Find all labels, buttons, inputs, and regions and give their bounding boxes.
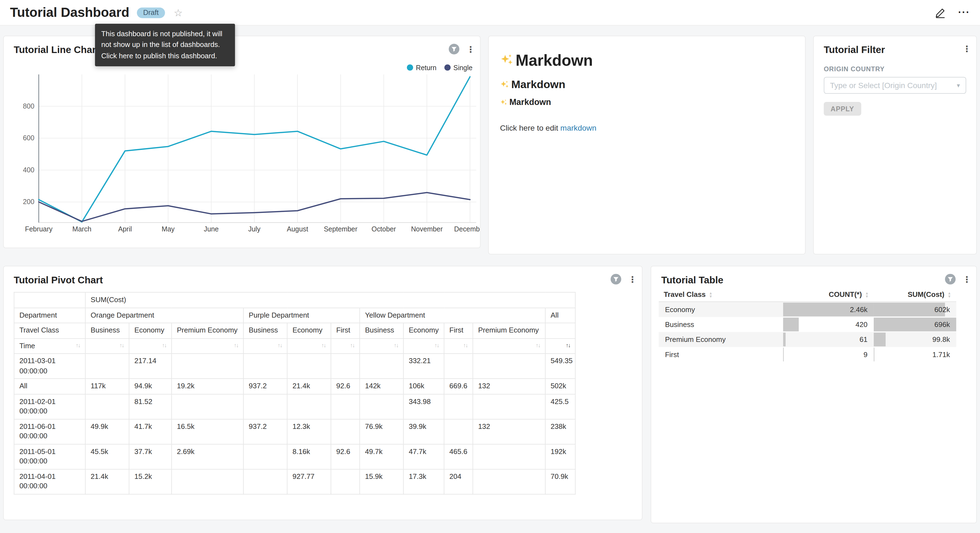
pivot-value-cell	[331, 353, 360, 379]
sort-icon[interactable]: ↑↓	[321, 341, 326, 348]
sum-bar	[874, 332, 886, 346]
pivot-class-header: Business	[360, 323, 403, 338]
sum-cell: 1.71k	[874, 346, 956, 362]
pivot-value-cell: 41.7k	[129, 419, 172, 444]
pivot-value-cell	[172, 353, 243, 379]
markdown-card: Markdown Markdown Markdown Click here to…	[488, 36, 805, 254]
pivot-time-cell: 2011-03-01 00:00:00	[14, 353, 85, 379]
pivot-row: 2011-05-01 00:00:0045.5k37.7k2.69k8.16k9…	[14, 444, 575, 469]
pivot-value-cell	[287, 353, 331, 379]
pivot-value-cell: 21.4k	[85, 469, 129, 494]
sort-icon-active[interactable]: ↑↓	[566, 341, 570, 348]
edit-dashboard-icon[interactable]	[935, 7, 945, 18]
filter-title: Tutorial Filter	[824, 45, 885, 56]
legend-item-single[interactable]: Single	[445, 64, 473, 71]
pivot-value-cell	[444, 394, 473, 419]
svg-text:May: May	[162, 225, 175, 233]
table-row: Premium Economy6199.8k	[659, 332, 956, 346]
sort-icon: ▲▼	[865, 292, 869, 298]
sort-icon[interactable]: ↑↓	[277, 341, 282, 348]
chart-menu-icon[interactable]: ⋮	[963, 274, 969, 284]
col-header-sum[interactable]: SUM(Cost)▲▼	[874, 287, 956, 302]
pivot-sort-row: Time↑↓↑↓↑↓↑↓↑↓↑↓↑↓↑↓↑↓↑↓↑↓↑↓	[14, 338, 575, 354]
svg-text:December: December	[454, 225, 480, 233]
pivot-value-cell	[473, 444, 546, 469]
tooltip-line: not show up in the list of dashboards.	[101, 40, 229, 50]
legend-item-return[interactable]: Return	[407, 64, 436, 71]
publish-tooltip[interactable]: This dashboard is not published, it will…	[95, 24, 235, 66]
pivot-class-header: Economy	[403, 323, 444, 338]
sort-icon[interactable]: ↑↓	[536, 341, 540, 348]
chart-menu-icon[interactable]: ⋮	[628, 274, 635, 284]
pivot-time-cell: 2011-06-01 00:00:00	[14, 419, 85, 444]
more-options-icon[interactable]: ···	[958, 7, 970, 18]
svg-text:February: February	[25, 225, 53, 233]
sort-icon[interactable]: ↑↓	[119, 341, 124, 348]
pivot-value-cell	[243, 394, 287, 419]
pivot-value-cell: 76.9k	[360, 419, 403, 444]
pivot-value-cell: 47.7k	[403, 444, 444, 469]
pivot-class-header: Economy	[287, 323, 331, 338]
pivot-value-cell: 21.4k	[287, 379, 331, 394]
count-bar	[783, 332, 785, 346]
pivot-value-cell	[444, 419, 473, 444]
legend-dot	[407, 64, 414, 71]
origin-country-select[interactable]: Type or Select [Origin Country] ▾	[824, 77, 966, 94]
pivot-class-header: Premium Economy	[473, 323, 546, 338]
pivot-row: 2011-06-01 00:00:0049.9k41.7k16.5k937.21…	[14, 419, 575, 444]
sort-icon[interactable]: ↑↓	[234, 341, 238, 348]
table-row: First91.71k	[659, 346, 956, 362]
markdown-heading-2: Markdown	[500, 78, 794, 91]
pivot-class-header: First	[331, 323, 360, 338]
pivot-class-header: Economy	[129, 323, 172, 338]
pivot-value-cell	[243, 469, 287, 494]
svg-text:400: 400	[23, 166, 35, 174]
sparkles-icon	[500, 99, 508, 106]
select-placeholder: Type or Select [Origin Country]	[830, 81, 955, 90]
pivot-dept-row: DepartmentOrange DepartmentPurple Depart…	[14, 308, 575, 323]
pivot-value-cell	[243, 353, 287, 379]
markdown-edit-link[interactable]: markdown	[560, 124, 597, 132]
col-header-count[interactable]: COUNT(*)▲▼	[783, 287, 874, 302]
sort-icon: ▲▼	[947, 292, 951, 298]
col-header-travel-class[interactable]: Travel Class▲▼	[659, 287, 783, 302]
pivot-table: SUM(Cost)DepartmentOrange DepartmentPurp…	[14, 292, 576, 494]
pivot-value-cell	[360, 394, 403, 419]
sort-icon[interactable]: ↑↓	[76, 341, 80, 348]
apply-button[interactable]: APPLY	[824, 102, 861, 116]
page-title: Tutorial Dashboard	[10, 5, 129, 20]
count-cell: 420	[783, 317, 874, 332]
pivot-value-cell	[172, 469, 243, 494]
origin-country-label: ORIGIN COUNTRY	[824, 65, 966, 72]
sort-icon[interactable]: ↑↓	[350, 341, 355, 348]
cross-filter-icon[interactable]	[945, 274, 955, 284]
favorite-star-icon[interactable]: ☆	[173, 6, 183, 19]
draft-badge[interactable]: Draft	[137, 7, 165, 18]
markdown-edit-hint: Click here to edit markdown	[500, 124, 794, 132]
pivot-value-cell	[473, 353, 546, 379]
pivot-value-cell: 37.7k	[129, 444, 172, 469]
pivot-value-cell	[473, 394, 546, 419]
pivot-time-cell: 2011-02-01 00:00:00	[14, 394, 85, 419]
pivot-value-cell: 81.52	[129, 394, 172, 419]
header-actions: ···	[935, 7, 970, 18]
pivot-value-cell: 19.2k	[172, 379, 243, 394]
pivot-value-cell: 16.5k	[172, 419, 243, 444]
table-actions: ⋮	[945, 274, 969, 284]
sum-cell: 99.8k	[874, 332, 956, 346]
sort-icon[interactable]: ↑↓	[463, 341, 468, 348]
pivot-measure-label: SUM(Cost)	[85, 292, 575, 308]
pivot-value-cell: 8.16k	[287, 444, 331, 469]
pivot-chart-card: Tutorial Pivot Chart ⋮ SUM(Cost)Departme…	[3, 266, 643, 520]
sort-icon[interactable]: ↑↓	[162, 341, 166, 348]
svg-text:August: August	[287, 225, 309, 233]
pivot-value-cell: 343.98	[403, 394, 444, 419]
pivot-value-cell: 192k	[545, 444, 575, 469]
pivot-class-row: Travel ClassBusinessEconomyPremium Econo…	[14, 323, 575, 338]
sort-icon[interactable]: ↑↓	[394, 341, 398, 348]
pivot-class-header: Premium Economy	[172, 323, 243, 338]
pivot-row: All117k94.9k19.2k937.221.4k92.6142k106k6…	[14, 379, 575, 394]
sort-icon[interactable]: ↑↓	[434, 341, 439, 348]
filter-menu-icon[interactable]: ⋮	[963, 44, 969, 54]
cross-filter-icon[interactable]	[611, 274, 621, 284]
